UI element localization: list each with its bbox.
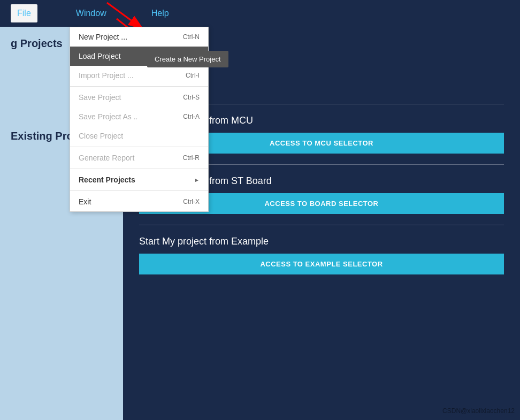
dropdown-generate-report-shortcut: Ctrl-R (183, 154, 200, 162)
dropdown-save-project-as-label: Save Project As .. (79, 112, 138, 121)
dropdown-save-project-label: Save Project (79, 93, 121, 102)
dropdown-save-project-shortcut: Ctrl-S (183, 94, 200, 101)
dropdown-save-project-as[interactable]: Save Project As .. Ctrl-A (70, 107, 208, 126)
dropdown-import-project-label: Import Project ... (79, 71, 134, 80)
dropdown-exit-label: Exit (79, 197, 91, 206)
dropdown-exit-shortcut: Ctrl-X (183, 198, 200, 205)
example-option: Start My project from Example ACCESS TO … (139, 225, 504, 285)
dropdown-load-project-label: Load Project (79, 52, 121, 60)
menu-window[interactable]: Window (70, 4, 113, 22)
menu-file[interactable]: File (11, 4, 37, 22)
tooltip-create-new-project: Create a New Project (147, 51, 228, 67)
dropdown-recent-projects[interactable]: Recent Projects ► (70, 170, 208, 189)
dropdown-import-project[interactable]: Import Project ... Ctrl-I (70, 66, 208, 85)
dropdown-save-project-as-shortcut: Ctrl-A (183, 113, 200, 120)
menu-bar: File Window Help (0, 0, 520, 27)
example-option-title: Start My project from Example (139, 236, 504, 247)
divider-2 (70, 147, 208, 147)
recent-projects-arrow-icon: ► (194, 177, 200, 183)
dropdown-close-project[interactable]: Close Project (70, 126, 208, 146)
dropdown-recent-projects-label: Recent Projects (79, 175, 135, 184)
dropdown-exit[interactable]: Exit Ctrl-X (70, 192, 208, 211)
dropdown-generate-report-label: Generate Report (79, 154, 134, 162)
menu-help[interactable]: Help (145, 4, 175, 22)
dropdown-save-project[interactable]: Save Project Ctrl-S (70, 88, 208, 107)
dropdown-close-project-label: Close Project (79, 132, 123, 140)
dropdown-new-project-shortcut: Ctrl-N (183, 33, 200, 41)
dropdown-new-project-label: New Project ... (79, 33, 127, 41)
divider-1 (70, 86, 208, 87)
divider-4 (70, 190, 208, 191)
divider-3 (70, 169, 208, 169)
dropdown-generate-report[interactable]: Generate Report Ctrl-R (70, 148, 208, 167)
watermark: CSDN@xiaolixiaochen12 (442, 407, 515, 415)
dropdown-import-project-shortcut: Ctrl-I (186, 72, 200, 79)
dropdown-new-project[interactable]: New Project ... Ctrl-N (70, 27, 208, 47)
example-selector-button[interactable]: ACCESS TO EXAMPLE SELECTOR (139, 254, 504, 274)
